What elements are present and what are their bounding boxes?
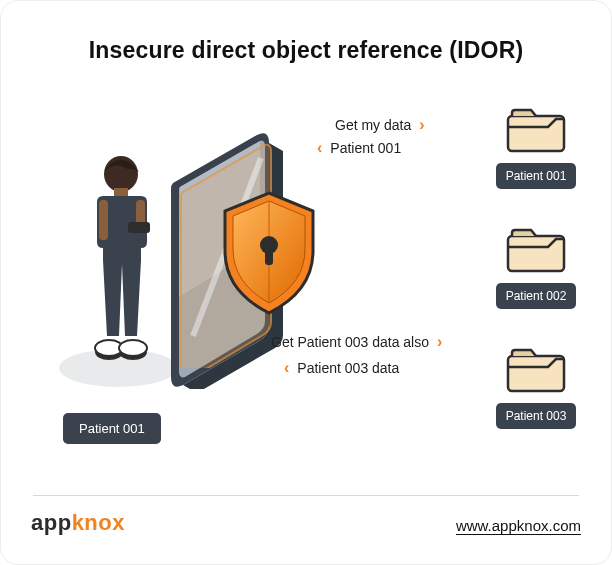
folder-patient-002: Patient 002 [493, 227, 579, 309]
site-link[interactable]: www.appknox.com [456, 517, 581, 534]
svg-rect-11 [508, 116, 564, 151]
label: Patient 003 data [297, 360, 399, 376]
svg-rect-1 [114, 188, 128, 196]
folder-patient-003: Patient 003 [493, 347, 579, 429]
folder-icon [506, 227, 566, 273]
folder-label: Patient 001 [496, 163, 577, 189]
label: Patient 001 [330, 140, 401, 156]
chevron-left-icon: ‹ [284, 359, 289, 377]
label: Get Patient 003 data also [271, 334, 429, 350]
folder-patient-001: Patient 001 [493, 107, 579, 189]
svg-rect-13 [508, 356, 564, 391]
chevron-right-icon: › [419, 116, 424, 134]
chevron-left-icon: ‹ [317, 139, 322, 157]
svg-rect-4 [128, 222, 150, 233]
canvas: Patient 001 [1, 81, 611, 474]
request-top-in: ‹ Patient 001 [317, 139, 401, 157]
svg-rect-10 [265, 247, 273, 265]
diagram-frame: Insecure direct object reference (IDOR) … [0, 0, 612, 565]
folder-icon [506, 347, 566, 393]
request-bottom-out: Get Patient 003 data also › [271, 333, 442, 351]
folder-stack: Patient 001 Patient 002 Patient 003 [493, 107, 579, 429]
svg-rect-2 [99, 200, 108, 240]
actor-label: Patient 001 [63, 413, 161, 444]
logo-pre: app [31, 510, 72, 535]
label: Get my data [335, 117, 411, 133]
chevron-right-icon: › [437, 333, 442, 351]
person-illustration [81, 156, 169, 378]
shield-icon [217, 189, 321, 317]
page-title: Insecure direct object reference (IDOR) [1, 37, 611, 64]
logo-knox: knox [72, 510, 125, 535]
folder-icon [506, 107, 566, 153]
request-bottom-in: ‹ Patient 003 data [284, 359, 399, 377]
svg-point-8 [119, 340, 147, 356]
folder-label: Patient 002 [496, 283, 577, 309]
brand-logo: appknox [31, 510, 125, 536]
folder-label: Patient 003 [496, 403, 577, 429]
request-top-out: Get my data › [335, 116, 425, 134]
divider [33, 495, 579, 496]
svg-rect-12 [508, 236, 564, 271]
